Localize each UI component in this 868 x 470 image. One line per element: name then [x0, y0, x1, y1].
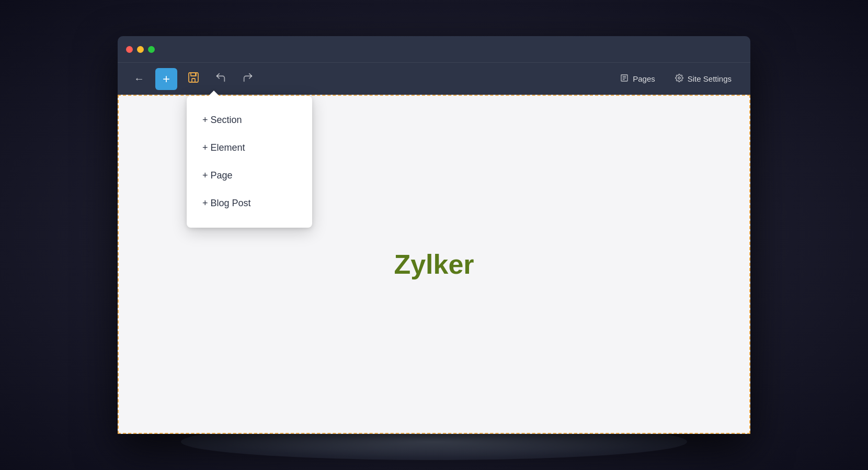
site-title: Zylker	[394, 249, 474, 280]
back-icon: ←	[134, 73, 144, 85]
add-element-item[interactable]: + Element	[187, 134, 312, 162]
plus-icon: +	[163, 72, 170, 86]
add-dropdown-menu: + Section + Element + Page + Blog Post	[187, 96, 312, 228]
close-button[interactable]	[126, 46, 133, 53]
svg-point-7	[678, 77, 680, 79]
canvas-area: Zylker + Section + Element + Page + Blog…	[118, 95, 750, 434]
toolbar-nav: Pages Site Settings	[612, 70, 740, 88]
maximize-button[interactable]	[148, 46, 155, 53]
toolbar: ← +	[118, 62, 750, 95]
pages-button[interactable]: Pages	[612, 70, 664, 88]
add-blog-post-item[interactable]: + Blog Post	[187, 189, 312, 217]
save-button[interactable]	[182, 68, 204, 90]
browser-window: ← +	[118, 36, 750, 434]
add-section-item[interactable]: + Section	[187, 106, 312, 134]
add-button[interactable]: +	[155, 68, 177, 90]
minimize-button[interactable]	[137, 46, 144, 53]
save-icon	[187, 71, 200, 87]
redo-button[interactable]	[237, 68, 259, 90]
undo-button[interactable]	[210, 68, 232, 90]
back-button[interactable]: ←	[128, 68, 150, 90]
pages-label: Pages	[633, 74, 655, 83]
add-page-item[interactable]: + Page	[187, 162, 312, 189]
site-settings-label: Site Settings	[688, 74, 732, 83]
title-bar	[118, 36, 750, 62]
undo-icon	[215, 72, 226, 86]
site-settings-button[interactable]: Site Settings	[667, 70, 740, 88]
traffic-lights	[126, 46, 155, 53]
pages-icon	[620, 74, 629, 84]
gear-icon	[675, 74, 683, 84]
svg-rect-0	[189, 73, 198, 82]
svg-rect-1	[192, 79, 195, 82]
svg-rect-2	[195, 73, 196, 75]
redo-icon	[242, 72, 254, 86]
